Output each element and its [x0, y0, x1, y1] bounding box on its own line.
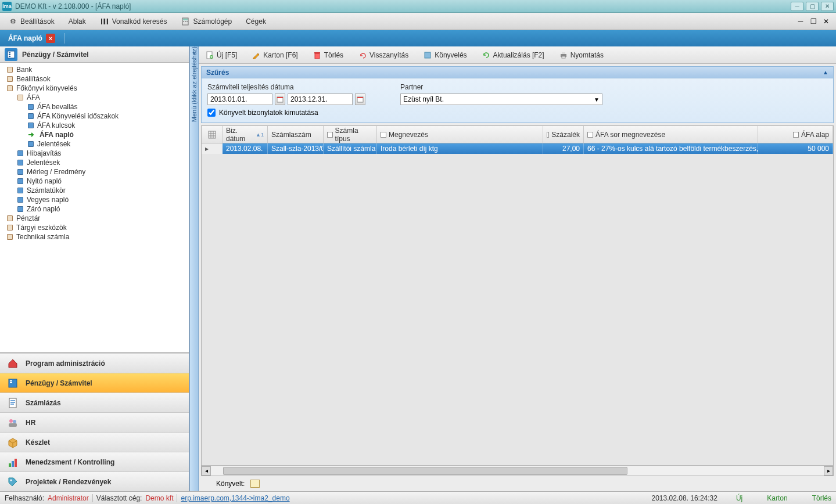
column-header-pct[interactable]: Százalék: [543, 126, 584, 143]
tree-zaro[interactable]: Záró napló: [1, 204, 188, 214]
tree-label: ÁFA kulcsok: [37, 121, 75, 129]
svg-point-18: [9, 419, 13, 423]
tree-hibajavitas[interactable]: Hibajavítás: [1, 149, 188, 158]
window-close-button[interactable]: ✕: [821, 2, 834, 11]
menu-window[interactable]: Ablak: [65, 16, 89, 27]
module-label: Menedzsment / Kontrolling: [26, 458, 114, 466]
legend-label: Könyvelt:: [216, 480, 245, 488]
scroll-track[interactable]: [211, 466, 824, 476]
tree-afa-bevallas[interactable]: ÁFA bevallás: [1, 102, 188, 111]
status-user-label: Felhasználó:: [5, 494, 44, 502]
window-maximize-button[interactable]: ▢: [806, 2, 819, 11]
column-header-label: Számlaszám: [271, 131, 311, 139]
tree-label: Tárgyi eszközök: [16, 224, 67, 232]
tree-jelentesek[interactable]: Jelentések: [1, 158, 188, 167]
tree-label: ÁFA bevallás: [37, 103, 77, 111]
delete-button[interactable]: Törlés: [310, 49, 347, 61]
column-filter-icon[interactable]: [547, 132, 549, 138]
filter-panel: Szűrés ▲ Számviteli teljesítés dátuma: [201, 66, 834, 123]
document-tabstrip: ÁFA napló ×: [0, 30, 836, 46]
column-filter-icon[interactable]: [381, 132, 386, 138]
book-icon: [424, 51, 432, 59]
status-action-karton[interactable]: Karton: [767, 494, 787, 502]
reopen-button[interactable]: Visszanyítás: [355, 49, 412, 61]
column-header-num[interactable]: Számlaszám: [268, 126, 324, 143]
column-filter-icon[interactable]: [587, 132, 593, 138]
column-header-afadesc[interactable]: ÁFA sor megnevezése: [584, 126, 758, 143]
tree-szamlatukor[interactable]: Számlatükör: [1, 186, 188, 195]
calendar-icon: [357, 96, 364, 103]
tree-bank[interactable]: Bank: [1, 65, 188, 74]
scroll-left-button[interactable]: ◂: [202, 466, 211, 476]
date-from-picker-button[interactable]: [275, 93, 285, 105]
menu-companies[interactable]: Cégek: [242, 16, 270, 27]
tree-label: Technikai számla: [16, 233, 69, 241]
tab-close-button[interactable]: ×: [46, 34, 55, 43]
column-header-date[interactable]: Biz. dátum ▲1: [223, 126, 268, 143]
grid-row-selector-header[interactable]: [202, 126, 223, 143]
mdi-restore-button[interactable]: ❐: [808, 17, 819, 26]
tree-afa-konyvelesi[interactable]: ÁFA Könyvelési időszakok: [1, 111, 188, 121]
tree-technikai[interactable]: Technikai számla: [1, 232, 188, 242]
tree-fokonyvi[interactable]: Főkönyvi könyvelés: [1, 84, 188, 93]
date-to-picker-button[interactable]: [355, 93, 365, 105]
tree-afa-naplo[interactable]: ÁFA napló: [1, 130, 188, 139]
filter-header[interactable]: Szűrés ▲: [202, 67, 833, 78]
tree-afa-kulcsok[interactable]: ÁFA kulcsok: [1, 121, 188, 130]
menu-barcode-search[interactable]: Vonalkód keresés: [96, 16, 171, 27]
tree-jelentesek-child[interactable]: Jelentések: [1, 139, 188, 149]
tree-label: Bank: [16, 66, 32, 74]
folder-icon: [7, 85, 13, 91]
gear-icon: ⚙: [8, 17, 17, 26]
scroll-thumb[interactable]: [223, 467, 627, 475]
svg-rect-12: [9, 54, 10, 55]
column-header-base[interactable]: ÁFA alap: [758, 126, 833, 143]
tree-vegyes[interactable]: Vegyes napló: [1, 195, 188, 204]
new-button[interactable]: Új [F5]: [202, 49, 241, 61]
module-keszlet[interactable]: Készlet: [0, 432, 189, 452]
window-minimize-button[interactable]: ─: [791, 2, 803, 11]
date-to-input[interactable]: [288, 93, 353, 105]
filter-booked-checkbox[interactable]: [207, 109, 216, 117]
tree-afa[interactable]: ÁFA: [1, 93, 188, 102]
column-header-desc[interactable]: Megnevezés: [377, 126, 543, 143]
scroll-right-button[interactable]: ▸: [824, 466, 833, 476]
partner-select[interactable]: Ezüst nyíl Bt. ▼: [400, 93, 602, 105]
tree-merleg[interactable]: Mérleg / Eredmény: [1, 167, 188, 177]
column-filter-icon[interactable]: [327, 132, 333, 138]
menu-collapse-strip[interactable]: « Menü (klikk az elrejtéshez): [189, 46, 199, 491]
item-icon: [17, 160, 23, 165]
grid-row[interactable]: ▸ 2013.02.08. Szall-szla-2013/01 Szállít…: [202, 143, 833, 154]
chevron-up-icon[interactable]: ▲: [823, 69, 828, 75]
tab-afa-naplo[interactable]: ÁFA napló ×: [3, 31, 60, 45]
tree-label: ÁFA: [27, 93, 40, 102]
data-grid: Biz. dátum ▲1 Számlaszám Számla típus Me…: [201, 125, 834, 476]
tree-penztar[interactable]: Pénztár: [1, 214, 188, 223]
menu-calculator[interactable]: Számológép: [177, 16, 235, 27]
booking-button[interactable]: Könyvelés: [420, 49, 470, 61]
mdi-minimize-button[interactable]: ─: [795, 17, 806, 26]
tree-beallitasok[interactable]: Beállítások: [1, 74, 188, 84]
module-admin[interactable]: Program adminisztráció: [0, 353, 189, 373]
module-szamlazas[interactable]: Számlázás: [0, 393, 189, 412]
status-action-new[interactable]: Új: [736, 494, 742, 502]
grid-horizontal-scrollbar[interactable]: ◂ ▸: [202, 465, 833, 476]
module-projektek[interactable]: Projektek / Rendezvények: [0, 471, 189, 491]
tree-label: Beállítások: [16, 75, 51, 83]
date-from-input[interactable]: [207, 93, 272, 105]
refresh-button[interactable]: Aktualizálás [F2]: [479, 49, 548, 61]
column-filter-icon[interactable]: [793, 132, 799, 138]
module-penzugy[interactable]: Pénzügy / Számvitel: [0, 373, 189, 393]
menu-settings[interactable]: ⚙ Beállítások: [5, 16, 58, 27]
ledger-icon: [6, 376, 20, 390]
module-hr[interactable]: HR: [0, 412, 189, 432]
status-action-delete[interactable]: Törlés: [812, 494, 831, 502]
module-menedzsment[interactable]: Menedzsment / Kontrolling: [0, 452, 189, 471]
print-button[interactable]: Nyomtatás: [556, 49, 607, 61]
tree-nyito[interactable]: Nyitó napló: [1, 177, 188, 186]
tree-targyi[interactable]: Tárgyi eszközök: [1, 223, 188, 232]
svg-rect-2: [104, 19, 105, 24]
mdi-close-button[interactable]: ✕: [821, 17, 831, 26]
karton-button[interactable]: Karton [F6]: [249, 49, 301, 61]
column-header-type[interactable]: Számla típus: [324, 126, 377, 143]
